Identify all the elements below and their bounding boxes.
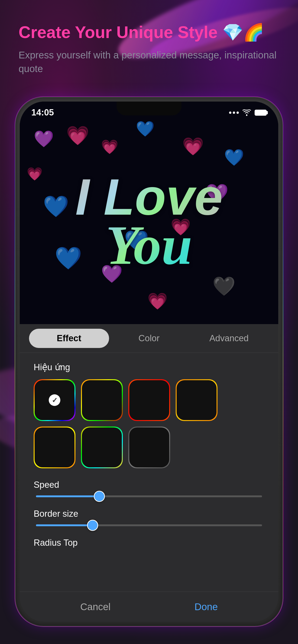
effect-item-4[interactable] xyxy=(176,379,217,421)
radius-top-label: Radius Top xyxy=(34,538,264,548)
speed-label: Speed xyxy=(34,480,264,490)
border-size-slider[interactable] xyxy=(36,524,262,526)
status-icons xyxy=(229,110,267,116)
wifi-icon xyxy=(242,110,251,116)
preview-area: 💜 💗 💙 💗 💙 💗 💙 💜 💗 💙 💜 🖤 💗 💙 💗 I Love xyxy=(20,102,278,324)
effects-section-label: Hiệu ứng xyxy=(34,362,264,372)
preview-text-line2: You xyxy=(106,220,192,270)
effect-grid: ✓ xyxy=(34,379,264,468)
effect-item-5[interactable] xyxy=(34,426,75,468)
svg-point-0 xyxy=(246,114,247,116)
cancel-button[interactable]: Cancel xyxy=(80,601,111,612)
radius-top-section: Radius Top xyxy=(34,538,264,548)
header-section: Create Your Unique Style 💎🌈 Express your… xyxy=(19,23,279,76)
notch xyxy=(117,102,181,116)
border-size-section: Border size xyxy=(34,509,264,526)
effect-item-7[interactable] xyxy=(128,426,170,468)
speed-section: Speed xyxy=(34,480,264,497)
effect-item-2[interactable] xyxy=(81,379,123,421)
header-subtitle: Express yourself with a personalized mes… xyxy=(19,48,279,76)
tab-bar: Effect Color Advanced xyxy=(20,324,278,353)
speed-slider-thumb[interactable] xyxy=(94,491,105,502)
battery-icon xyxy=(255,110,267,116)
signal-icon xyxy=(229,112,239,114)
bottom-bar: Cancel Done xyxy=(20,592,278,622)
border-size-slider-thumb[interactable] xyxy=(87,520,98,531)
tab-advanced[interactable]: Advanced xyxy=(189,329,269,348)
tab-effect[interactable]: Effect xyxy=(29,329,109,348)
selected-checkmark: ✓ xyxy=(49,394,60,406)
phone-inner: 14:05 xyxy=(20,102,278,622)
preview-text: I Love You xyxy=(20,120,278,324)
speed-slider[interactable] xyxy=(36,496,262,497)
effect-item-6[interactable] xyxy=(81,426,123,468)
done-button[interactable]: Done xyxy=(194,601,218,612)
content-area: Hiệu ứng ✓ xyxy=(20,353,278,569)
tab-color[interactable]: Color xyxy=(109,329,189,348)
border-size-label: Border size xyxy=(34,509,264,519)
phone-wrapper: 14:05 xyxy=(16,97,282,626)
controls-section: Effect Color Advanced Hiệu ứng ✓ xyxy=(20,324,278,622)
border-size-slider-fill xyxy=(36,524,93,526)
status-time: 14:05 xyxy=(31,108,54,118)
phone-outer: 14:05 xyxy=(16,97,282,626)
speed-slider-fill xyxy=(36,496,99,497)
header-title: Create Your Unique Style 💎🌈 xyxy=(19,23,279,42)
effect-item-3[interactable] xyxy=(128,379,170,421)
preview-text-line1: I Love xyxy=(75,174,223,220)
effect-item-1[interactable]: ✓ xyxy=(34,379,75,421)
